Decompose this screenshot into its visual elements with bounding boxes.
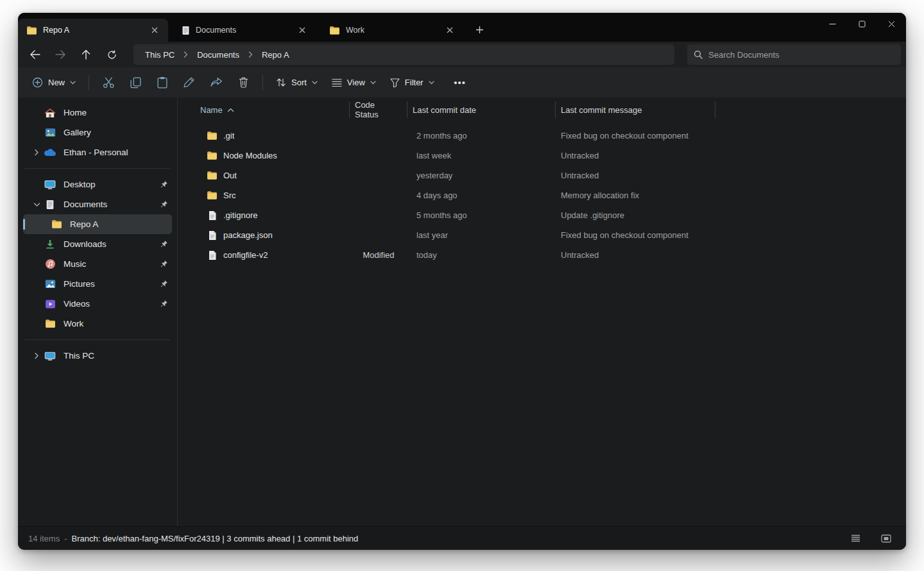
- chevron-right-icon: [178, 51, 193, 58]
- details-view-icon[interactable]: [844, 529, 866, 547]
- sidebar-item-label: Downloads: [64, 239, 155, 249]
- sidebar-item[interactable]: Ethan - Personal: [23, 142, 172, 162]
- last-commit-message: Untracked: [556, 171, 715, 180]
- pictures-icon: [44, 278, 56, 291]
- last-commit-date: last year: [407, 230, 556, 240]
- sidebar-item[interactable]: Repo A: [23, 214, 172, 234]
- items-count: 14 items: [28, 534, 60, 543]
- desktop-icon: [44, 178, 56, 191]
- chevron-right-icon: [243, 51, 258, 58]
- pin-icon: [155, 200, 172, 209]
- file-row[interactable]: .gitignore 5 months ago Update .gitignor…: [178, 205, 906, 225]
- up-button[interactable]: [73, 44, 99, 65]
- search-input[interactable]: [708, 50, 894, 60]
- chevron-down-icon: [429, 81, 434, 85]
- breadcrumb[interactable]: This PC Documents Repo A: [133, 44, 674, 65]
- sidebar-item[interactable]: Documents: [23, 194, 172, 214]
- sidebar-item[interactable]: Work: [23, 314, 172, 334]
- copy-icon: [130, 77, 141, 89]
- file-icon: [207, 230, 218, 241]
- breadcrumb-segment[interactable]: Documents: [193, 49, 243, 61]
- folder-icon: [207, 190, 218, 201]
- tab-close-icon[interactable]: [148, 23, 162, 37]
- last-commit-message: Update .gitignore: [556, 210, 715, 220]
- sidebar-item-label: This PC: [64, 351, 155, 361]
- sidebar-separator: [24, 339, 171, 340]
- filter-button[interactable]: Filter: [384, 72, 441, 94]
- sidebar-item-label: Ethan - Personal: [64, 148, 155, 157]
- toolbar-icon-button[interactable]: [96, 72, 121, 94]
- search-box[interactable]: [687, 44, 901, 65]
- sort-ascending-icon: [227, 108, 234, 112]
- file-name: Src: [223, 191, 236, 200]
- chevron-down-icon: [30, 202, 44, 207]
- sort-button[interactable]: Sort: [270, 72, 324, 94]
- file-row[interactable]: Src 4 days ago Memory allocation fix: [178, 185, 906, 205]
- minimize-button[interactable]: [817, 13, 847, 35]
- tab-close-icon[interactable]: [295, 23, 309, 37]
- back-button[interactable]: [22, 44, 47, 65]
- view-button-label: View: [347, 78, 365, 87]
- sidebar-item[interactable]: Music: [23, 254, 172, 274]
- column-header[interactable]: Last commit date: [407, 101, 556, 118]
- sidebar-item[interactable]: Pictures: [23, 274, 172, 294]
- explorer-tab[interactable]: Work: [321, 19, 463, 42]
- sidebar-item-label: Desktop: [64, 180, 155, 189]
- forward-button[interactable]: [47, 44, 73, 65]
- toolbar-icon-button[interactable]: [150, 72, 175, 94]
- folder-icon: [44, 318, 56, 330]
- toolbar-icon-button[interactable]: [230, 72, 256, 94]
- maximize-button[interactable]: [847, 13, 877, 35]
- more-options-button[interactable]: •••: [447, 72, 473, 94]
- refresh-icon[interactable]: [99, 44, 124, 65]
- folder-icon: [26, 26, 37, 35]
- column-header[interactable]: Name: [199, 101, 350, 118]
- sidebar-item[interactable]: Desktop: [23, 175, 172, 194]
- file-name: .gitignore: [223, 210, 257, 220]
- sidebar-item[interactable]: Videos: [23, 294, 172, 314]
- downloads-icon: [44, 238, 56, 251]
- sidebar-item[interactable]: This PC: [23, 346, 172, 366]
- thumbnail-view-icon[interactable]: [875, 529, 897, 547]
- toolbar-icon-button[interactable]: [123, 72, 148, 94]
- toolbar-icon-button[interactable]: [203, 72, 229, 94]
- status-view-toggles: [844, 529, 897, 547]
- cloud-icon: [44, 146, 56, 159]
- sidebar-item-label: Repo A: [70, 219, 155, 229]
- column-header[interactable]: Last commit message: [556, 101, 715, 118]
- close-button[interactable]: [877, 13, 906, 35]
- pin-icon: [155, 240, 172, 248]
- column-header-label: Last commit date: [413, 105, 476, 115]
- videos-icon: [44, 298, 56, 311]
- tab-close-icon[interactable]: [443, 23, 457, 37]
- file-row[interactable]: configfile-v2 Modified today Untracked: [178, 245, 906, 265]
- sidebar-item[interactable]: Home: [23, 103, 172, 123]
- file-row[interactable]: package.json last year Fixed bug on chec…: [178, 225, 906, 245]
- folder-icon: [207, 130, 218, 141]
- file-row[interactable]: Node Modules last week Untracked: [178, 146, 906, 166]
- tab-strip: Repo A Documents Work: [18, 13, 906, 42]
- breadcrumb-segment[interactable]: Repo A: [258, 49, 293, 61]
- branch-info: Branch: dev/ethan-fang-MS/fixFor24319 | …: [71, 534, 358, 543]
- new-button[interactable]: New: [26, 72, 82, 94]
- column-header[interactable]: Code Status: [350, 101, 407, 118]
- sidebar-item[interactable]: Downloads: [23, 234, 172, 254]
- breadcrumb-item: This PC: [141, 49, 193, 61]
- explorer-tab[interactable]: Repo A: [18, 19, 168, 42]
- last-commit-message: Fixed bug on checkout component: [556, 230, 715, 240]
- file-name: Out: [223, 171, 237, 180]
- toolbar-icon-button[interactable]: [176, 72, 202, 94]
- file-row[interactable]: .git 2 months ago Fixed bug on checkout …: [178, 126, 906, 146]
- explorer-tab[interactable]: Documents: [173, 19, 316, 42]
- chevron-down-icon: [370, 81, 376, 85]
- view-button[interactable]: View: [325, 72, 382, 94]
- sidebar-item-label: Home: [64, 108, 155, 117]
- window-controls: [817, 13, 906, 42]
- file-row[interactable]: Out yesterday Untracked: [178, 166, 906, 185]
- sidebar-item[interactable]: Gallery: [23, 123, 172, 142]
- status-bar: 14 items - Branch: dev/ethan-fang-MS/fix…: [18, 526, 906, 550]
- file-icon: [207, 210, 218, 221]
- folder-icon: [329, 26, 340, 35]
- new-tab-button[interactable]: [470, 20, 489, 39]
- breadcrumb-segment[interactable]: This PC: [141, 49, 178, 61]
